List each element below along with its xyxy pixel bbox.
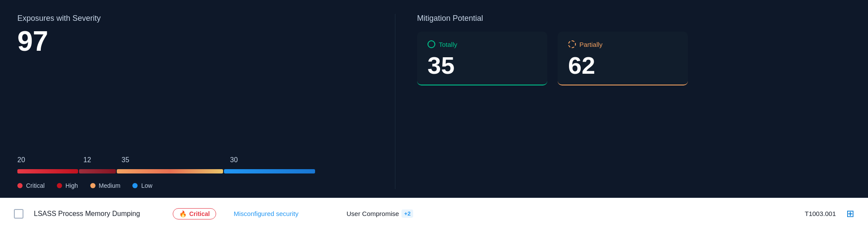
legend-dot-medium [90, 183, 95, 188]
legend-high: High [57, 182, 78, 189]
plus-badge: +2 [401, 209, 413, 218]
bar-label-high: 12 [83, 156, 91, 164]
bar-label-critical: 20 [17, 156, 25, 164]
partially-icon [568, 40, 576, 48]
exposures-title: Exposures with Severity [17, 14, 373, 23]
bar-medium [117, 169, 223, 173]
row-title: LSASS Process Memory Dumping [34, 210, 155, 218]
bar-label-medium: 35 [122, 156, 129, 164]
windows-icon: ⊞ [846, 208, 854, 219]
bar-labels: 20 12 35 30 [17, 147, 373, 164]
chart-area: 20 12 35 30 Critical High [17, 65, 373, 189]
legend-dot-high [57, 183, 62, 188]
legend-label-low: Low [141, 182, 152, 189]
mitigation-section: Mitigation Potential Totally 35 Partiall… [417, 14, 851, 189]
main-panel: Exposures with Severity 97 20 12 35 30 C… [0, 0, 868, 198]
totally-label: Totally [439, 41, 457, 48]
legend-label-high: High [66, 182, 78, 189]
bar-low [224, 169, 315, 173]
partially-header: Partially [568, 40, 677, 48]
misconfigured-label[interactable]: Misconfigured security [233, 210, 329, 217]
totally-icon [427, 40, 435, 48]
legend-medium: Medium [90, 182, 121, 189]
legend-label-critical: Critical [26, 182, 45, 189]
bar-high [79, 169, 116, 173]
legend-label-medium: Medium [99, 182, 121, 189]
partially-card: Partially 62 [558, 32, 688, 85]
legend-low: Low [132, 182, 152, 189]
severity-label: Critical [189, 210, 210, 217]
legend-dot-critical [17, 183, 23, 188]
legend-critical: Critical [17, 182, 45, 189]
exposures-total: 97 [17, 27, 373, 55]
severity-badge: 🔥 Critical [173, 208, 216, 219]
user-compromise-label: User Compromise [346, 210, 399, 217]
exposures-section: Exposures with Severity 97 20 12 35 30 C… [17, 14, 373, 189]
partially-label: Partially [579, 41, 602, 48]
legend-dot-low [132, 183, 138, 188]
bar-label-low: 30 [230, 156, 238, 164]
row-checkbox[interactable] [14, 209, 23, 219]
mitigation-cards: Totally 35 Partially 62 [417, 32, 851, 85]
bars-container [17, 167, 373, 173]
totally-card: Totally 35 [417, 32, 547, 85]
technique-id: T1003.001 [805, 210, 836, 217]
totally-header: Totally [427, 40, 537, 48]
section-divider [395, 14, 395, 189]
legend: Critical High Medium Low [17, 182, 373, 189]
mitigation-title: Mitigation Potential [417, 14, 851, 23]
bar-critical [17, 169, 78, 173]
bottom-row: LSASS Process Memory Dumping 🔥 Critical … [0, 198, 868, 229]
totally-value: 35 [427, 53, 537, 78]
partially-value: 62 [568, 53, 677, 78]
severity-icon: 🔥 [179, 210, 187, 217]
